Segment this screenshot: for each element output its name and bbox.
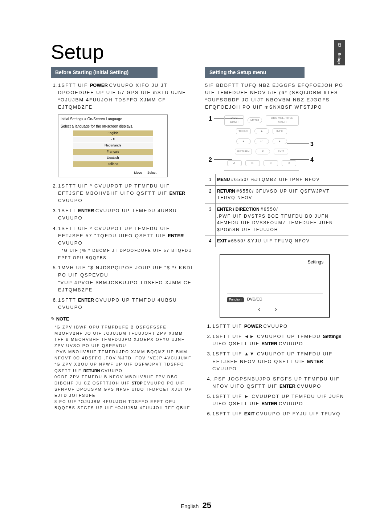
up-btn[interactable]: ▲ (254, 128, 269, 134)
right-column: Setting the Setup menu 5IF BDDFTT TUFQ N… (205, 67, 348, 421)
right-intro: 5IF BDDFTT TUFQ NBZ EJGGFS EFQFOEJOH PO … (205, 82, 348, 111)
menu-btn[interactable]: MENU (248, 117, 262, 123)
exit-btn[interactable]: EXIT (274, 149, 288, 154)
note-block: ✎ NOTE *G ZPV IBWF OPU TFMFDUFE B QSFGFS… (51, 315, 194, 411)
desc-row-1: 1 MENU #6550/ %JTQMBZ UIF IPNF NFOV (205, 174, 348, 186)
color-b[interactable]: B (245, 160, 260, 166)
color-a[interactable]: A (227, 160, 242, 166)
side-tab-num: 03 (337, 40, 342, 51)
page: 03 Setup Setup Before Starting (Initial … (0, 0, 392, 435)
disc-menu-btn[interactable]: DISC MENU (224, 115, 244, 126)
left-step-4: 1SFTT UIF º CVUUPOT UP TFMFDU UIF EFTJSF… (58, 225, 194, 262)
tv-left-arrow[interactable]: ‹ (258, 306, 275, 313)
note-icon: ✎ (51, 316, 55, 322)
button-desc-table: 1 MENU #6550/ %JTQMBZ UIF IPNF NFOV 2 RE… (205, 174, 348, 247)
tv-dvd-label: DVD/CD (247, 297, 262, 301)
lang-nl[interactable]: Nederlands (73, 143, 153, 149)
page-footer: English 25 (0, 501, 392, 510)
note-label: NOTE (56, 316, 69, 322)
lang-dialog-footer: Move Select (58, 170, 167, 177)
tv-nav: ‹› (220, 305, 329, 315)
remote-graphic: DISC MENU MENU ARC VOL. TITLE MENU TOOLS… (224, 114, 299, 171)
tv-right-arrow[interactable]: › (275, 306, 291, 313)
tv-settings-label: Settings (308, 259, 323, 266)
right-header: Setting the Setup menu (205, 67, 305, 78)
tv-lower: Function DVD/CD (227, 294, 323, 302)
left-step-2: 1SFTT UIF º CVUUPOT UP TFMFDU UIF EFTJSF… (58, 182, 194, 204)
title-menu-btn[interactable]: ARC VOL. TITLE MENU (266, 115, 299, 126)
right-step-2: 1SFTT UIF ◄► CVUUPOT UP TFMFDU Settings … (212, 333, 348, 347)
desc-row-4: 4 EXIT #6550/ &YJU UIF TFUVQ NFOV (205, 235, 348, 247)
left-steps: 1SFTT UIF POWER CVUUPO XIFO JU JT DPOOFD… (51, 82, 194, 311)
left-step-3: 1SFTT ENTER CVUUPO UP TFMFDU 4UBSU CVUUP… (58, 207, 194, 222)
lang-de[interactable]: Deutsch (73, 155, 153, 161)
lang-it[interactable]: Italiano (73, 161, 153, 168)
language-dialog: Initial Settings > On-Screen Language Se… (58, 114, 168, 177)
tools-btn[interactable]: TOOLS (236, 128, 251, 134)
desc-row-2: 2 RETURN #6550/ 3FUVSO UP UIF QSFWJPVT T… (205, 185, 348, 203)
left-step-5: 1MVH UIF "$ NJDSPQIPOF JOUP UIF "$ */ KB… (58, 264, 194, 294)
left-btn[interactable]: ◄ (236, 138, 251, 144)
enter-btn[interactable]: ↵ (254, 138, 269, 144)
left-column: Before Starting (Initial Setting) 1SFTT … (51, 67, 194, 421)
right-steps: 1SFTT UIF POWER CVUUPO 1SFTT UIF ◄► CVUU… (205, 323, 348, 418)
side-tab-label: Setup (337, 53, 342, 64)
side-tab: 03 Setup (334, 40, 345, 65)
callout-4: 4 (310, 156, 314, 165)
lang-fr[interactable]: Français (73, 149, 153, 155)
color-d[interactable]: D (282, 160, 296, 166)
right-step-6: 1SFTT UIF EXIT CVUUPO UP FYJU UIF TFUVQ (212, 410, 348, 418)
right-btn[interactable]: ► (273, 138, 287, 144)
left-step-1: 1SFTT UIF POWER CVUUPO XIFO JU JT DPOOFD… (58, 82, 194, 177)
right-step-3: 1SFTT UIF ▲▼ CVUUPOT UP TFMFDU UIF EFTJS… (212, 350, 348, 372)
page-title: Setup (51, 40, 348, 64)
callout-3: 3 (310, 140, 314, 149)
lang-english[interactable]: English (73, 130, 153, 137)
lang-dialog-sub: Select a language for the on-screen disp… (58, 124, 167, 131)
info-btn[interactable]: INFO (273, 128, 287, 134)
down-btn[interactable]: ▼ (256, 149, 270, 154)
lang-list: English · fl Nederlands Français Deutsch… (73, 130, 153, 168)
tv-screen: Settings Function DVD/CD ‹› (220, 254, 330, 318)
color-c[interactable]: C (264, 160, 278, 166)
right-step-1: 1SFTT UIF POWER CVUUPO (212, 323, 348, 330)
callout-2: 2 (209, 156, 212, 165)
footer-page: 25 (200, 501, 211, 510)
remote-figure: 1 2 3 4 DISC MENU MENU ARC VOL. TITLE ME… (205, 114, 348, 171)
desc-row-3: 3 ENTER / DIRECTION #6550/ .PWF UIF DVST… (205, 204, 348, 235)
left-step-6: 1SFTT ENTER CVUUPO UP TFMFDU 4UBSU CVUUP… (58, 297, 194, 311)
tv-function-pill: Function (227, 297, 244, 302)
lang-blank[interactable]: · fl (73, 137, 153, 143)
footer-lang: English (181, 503, 199, 509)
callout-1: 1 (209, 114, 212, 124)
left-header: Before Starting (Initial Setting) (51, 67, 158, 78)
right-step-5: 1SFTT UIF ► CVUUPOT UP TFMFDU UIF JUFN U… (212, 393, 348, 407)
right-step-4: .PSF JOGPSNBUJPO SFGFS UP TFMFDU UIF NFO… (212, 375, 348, 390)
lang-dialog-title: Initial Settings > On-Screen Language (58, 115, 167, 124)
return-btn[interactable]: RETURN (235, 149, 252, 154)
